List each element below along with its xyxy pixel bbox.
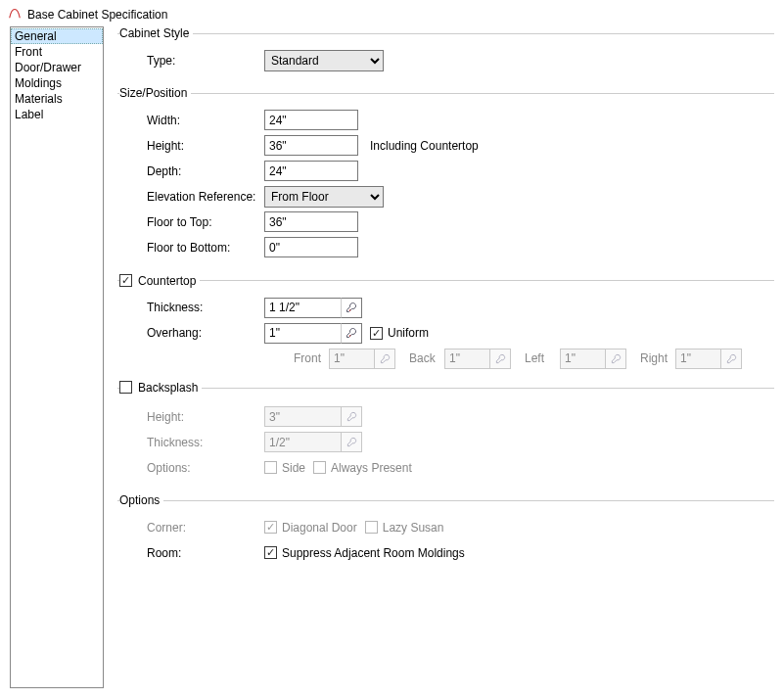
checkbox-diagonal xyxy=(264,521,277,534)
input-ov-right xyxy=(675,349,720,369)
label-ct-thickness: Thickness: xyxy=(117,301,264,314)
select-elevation-ref[interactable]: From Floor xyxy=(264,186,384,208)
label-uniform: Uniform xyxy=(388,326,429,340)
input-depth[interactable] xyxy=(264,161,358,181)
checkbox-diagonal-wrap: Diagonal Door xyxy=(264,521,357,535)
group-backsplash: Backsplash Height: Thickness: xyxy=(117,381,774,487)
label-ov-left: Left xyxy=(525,351,556,365)
checkbox-backsplash[interactable] xyxy=(119,381,132,394)
label-floor-bottom: Floor to Bottom: xyxy=(117,241,264,255)
label-height: Height: xyxy=(117,139,264,153)
input-ov-front xyxy=(329,349,374,369)
checkbox-always xyxy=(313,461,326,474)
checkbox-always-wrap: Always Present xyxy=(313,461,412,475)
wrench-icon xyxy=(489,349,511,369)
group-cabinet-style: Cabinet Style Type: Standard xyxy=(117,26,774,78)
input-ct-overhang[interactable] xyxy=(264,323,341,344)
label-ov-back: Back xyxy=(409,351,440,365)
label-bs-height: Height: xyxy=(117,410,264,424)
label-elevation-ref: Elevation Reference: xyxy=(117,190,264,204)
label-diagonal: Diagonal Door xyxy=(282,521,357,535)
label-bs-thickness: Thickness: xyxy=(117,436,264,449)
checkbox-lazy xyxy=(365,521,378,534)
label-suppress: Suppress Adjacent Room Moldings xyxy=(282,546,465,560)
sidebar-item-door-drawer[interactable]: Door/Drawer xyxy=(11,60,103,75)
input-floor-bottom[interactable] xyxy=(264,237,358,257)
sidebar-item-label[interactable]: Label xyxy=(11,107,103,122)
checkbox-uniform-wrap[interactable]: Uniform xyxy=(370,326,429,340)
legend-backsplash: Backsplash xyxy=(138,381,198,395)
label-ov-right: Right xyxy=(640,351,671,365)
select-type[interactable]: Standard xyxy=(264,50,384,71)
input-ov-left xyxy=(560,349,605,369)
label-width: Width: xyxy=(117,114,264,127)
svg-point-1 xyxy=(349,335,351,337)
window-title: Base Cabinet Specification xyxy=(27,8,167,22)
legend-cabinet-style: Cabinet Style xyxy=(119,26,193,40)
input-bs-height xyxy=(264,406,341,427)
group-countertop: Countertop Thickness: Overhang: xyxy=(117,273,774,373)
wrench-icon xyxy=(720,349,742,369)
input-floor-top[interactable] xyxy=(264,211,358,232)
label-always: Always Present xyxy=(331,461,412,475)
wrench-icon[interactable] xyxy=(341,298,362,318)
group-size-position: Size/Position Width: Height: Including C… xyxy=(117,86,774,265)
label-depth: Depth: xyxy=(117,164,264,178)
label-room: Room: xyxy=(117,546,264,560)
sidebar-item-moldings[interactable]: Moldings xyxy=(11,75,103,91)
checkbox-uniform[interactable] xyxy=(370,327,383,340)
input-ct-thickness[interactable] xyxy=(264,298,341,318)
legend-options: Options xyxy=(119,493,163,507)
wrench-icon xyxy=(374,349,395,369)
legend-size-position: Size/Position xyxy=(119,86,191,100)
label-bs-options: Options: xyxy=(117,461,264,475)
titlebar: Base Cabinet Specification xyxy=(0,0,784,26)
sidebar-item-general[interactable]: General xyxy=(11,28,103,44)
wrench-icon xyxy=(341,406,362,427)
input-height[interactable] xyxy=(264,135,358,156)
checkbox-lazy-wrap: Lazy Susan xyxy=(365,521,444,535)
input-bs-thickness xyxy=(264,432,341,452)
label-type: Type: xyxy=(117,54,264,68)
checkbox-suppress[interactable] xyxy=(264,546,277,559)
sidebar: General Front Door/Drawer Moldings Mater… xyxy=(10,26,104,688)
legend-countertop: Countertop xyxy=(138,274,196,288)
checkbox-suppress-wrap[interactable]: Suppress Adjacent Room Moldings xyxy=(264,546,465,560)
group-options: Options Corner: Diagonal Door Lazy Susan… xyxy=(117,493,774,571)
label-floor-top: Floor to Top: xyxy=(117,215,264,229)
checkbox-countertop[interactable] xyxy=(119,274,132,287)
label-corner: Corner: xyxy=(117,521,264,535)
wrench-icon xyxy=(605,349,626,369)
sidebar-item-front[interactable]: Front xyxy=(11,44,103,60)
label-including-countertop: Including Countertop xyxy=(370,139,479,153)
checkbox-side-wrap: Side xyxy=(264,461,305,475)
svg-point-0 xyxy=(349,309,351,311)
app-icon xyxy=(8,6,22,23)
label-ct-overhang: Overhang: xyxy=(117,326,264,340)
label-lazy: Lazy Susan xyxy=(383,521,444,535)
wrench-icon[interactable] xyxy=(341,323,362,344)
label-side: Side xyxy=(282,461,305,475)
label-ov-front: Front xyxy=(294,351,325,365)
wrench-icon xyxy=(341,432,362,452)
sidebar-item-materials[interactable]: Materials xyxy=(11,91,103,107)
checkbox-side xyxy=(264,461,277,474)
input-width[interactable] xyxy=(264,110,358,130)
input-ov-back xyxy=(444,349,489,369)
